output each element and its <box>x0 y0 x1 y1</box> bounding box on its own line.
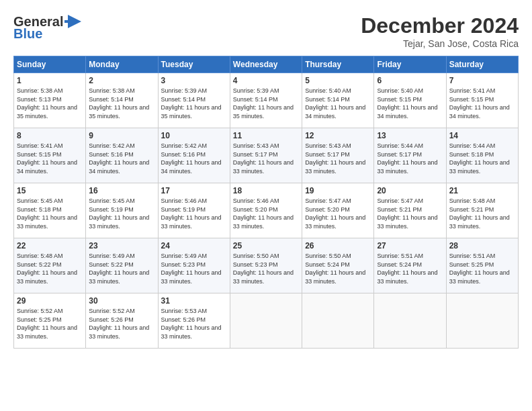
day-number: 26 <box>305 241 371 250</box>
calendar-day-cell: 13Sunrise: 5:44 AM Sunset: 5:17 PM Dayli… <box>374 128 446 183</box>
day-info: Sunrise: 5:40 AM Sunset: 5:15 PM Dayligh… <box>377 87 443 120</box>
day-info: Sunrise: 5:49 AM Sunset: 5:23 PM Dayligh… <box>161 252 227 285</box>
calendar-week-row: 15Sunrise: 5:45 AM Sunset: 5:18 PM Dayli… <box>14 183 519 238</box>
calendar-day-cell: 17Sunrise: 5:46 AM Sunset: 5:19 PM Dayli… <box>158 183 230 238</box>
page-header: General Blue December 2024 Tejar, San Jo… <box>13 13 519 49</box>
empty-cell <box>230 293 302 349</box>
day-info: Sunrise: 5:44 AM Sunset: 5:18 PM Dayligh… <box>449 142 515 175</box>
calendar-week-row: 8Sunrise: 5:41 AM Sunset: 5:15 PM Daylig… <box>14 128 519 183</box>
day-info: Sunrise: 5:39 AM Sunset: 5:14 PM Dayligh… <box>161 87 227 120</box>
empty-cell <box>374 293 446 349</box>
calendar-day-cell: 15Sunrise: 5:45 AM Sunset: 5:18 PM Dayli… <box>14 183 86 238</box>
day-info: Sunrise: 5:42 AM Sunset: 5:16 PM Dayligh… <box>89 142 154 175</box>
weekday-header-sunday: Sunday <box>14 56 86 73</box>
day-info: Sunrise: 5:41 AM Sunset: 5:15 PM Dayligh… <box>17 142 83 175</box>
calendar-day-cell: 31Sunrise: 5:53 AM Sunset: 5:26 PM Dayli… <box>158 293 230 349</box>
day-info: Sunrise: 5:48 AM Sunset: 5:21 PM Dayligh… <box>449 197 515 230</box>
day-number: 7 <box>449 76 515 85</box>
empty-cell <box>446 293 518 349</box>
calendar-day-cell: 30Sunrise: 5:52 AM Sunset: 5:26 PM Dayli… <box>86 293 158 349</box>
title-area: December 2024 Tejar, San Jose, Costa Ric… <box>361 13 519 49</box>
day-info: Sunrise: 5:52 AM Sunset: 5:25 PM Dayligh… <box>17 307 83 340</box>
day-number: 14 <box>449 131 515 140</box>
calendar-week-row: 22Sunrise: 5:48 AM Sunset: 5:22 PM Dayli… <box>14 238 519 293</box>
day-info: Sunrise: 5:40 AM Sunset: 5:14 PM Dayligh… <box>305 87 371 120</box>
calendar-week-row: 1Sunrise: 5:38 AM Sunset: 5:13 PM Daylig… <box>14 73 519 128</box>
day-info: Sunrise: 5:45 AM Sunset: 5:18 PM Dayligh… <box>17 197 83 230</box>
day-number: 17 <box>161 186 227 195</box>
weekday-header-row: SundayMondayTuesdayWednesdayThursdayFrid… <box>14 56 519 73</box>
day-info: Sunrise: 5:43 AM Sunset: 5:17 PM Dayligh… <box>233 142 299 175</box>
day-info: Sunrise: 5:38 AM Sunset: 5:14 PM Dayligh… <box>89 87 154 120</box>
day-number: 28 <box>449 241 515 250</box>
calendar-day-cell: 2Sunrise: 5:38 AM Sunset: 5:14 PM Daylig… <box>86 73 158 128</box>
day-info: Sunrise: 5:39 AM Sunset: 5:14 PM Dayligh… <box>233 87 299 120</box>
day-info: Sunrise: 5:46 AM Sunset: 5:19 PM Dayligh… <box>161 197 227 230</box>
weekday-header-monday: Monday <box>86 56 158 73</box>
calendar-table: SundayMondayTuesdayWednesdayThursdayFrid… <box>13 56 519 349</box>
day-info: Sunrise: 5:52 AM Sunset: 5:26 PM Dayligh… <box>89 307 154 340</box>
empty-cell <box>302 293 374 349</box>
calendar-day-cell: 6Sunrise: 5:40 AM Sunset: 5:15 PM Daylig… <box>374 73 446 128</box>
day-info: Sunrise: 5:51 AM Sunset: 5:24 PM Dayligh… <box>377 252 443 285</box>
calendar-day-cell: 20Sunrise: 5:47 AM Sunset: 5:21 PM Dayli… <box>374 183 446 238</box>
calendar-day-cell: 24Sunrise: 5:49 AM Sunset: 5:23 PM Dayli… <box>158 238 230 293</box>
day-number: 30 <box>89 296 154 306</box>
day-number: 6 <box>377 76 443 85</box>
day-info: Sunrise: 5:49 AM Sunset: 5:22 PM Dayligh… <box>89 252 154 285</box>
calendar-day-cell: 8Sunrise: 5:41 AM Sunset: 5:15 PM Daylig… <box>14 128 86 183</box>
day-number: 20 <box>377 186 443 195</box>
day-info: Sunrise: 5:42 AM Sunset: 5:16 PM Dayligh… <box>161 142 227 175</box>
calendar-day-cell: 16Sunrise: 5:45 AM Sunset: 5:19 PM Dayli… <box>86 183 158 238</box>
svg-rect-1 <box>64 20 71 23</box>
calendar-day-cell: 7Sunrise: 5:41 AM Sunset: 5:15 PM Daylig… <box>446 73 518 128</box>
day-info: Sunrise: 5:38 AM Sunset: 5:13 PM Dayligh… <box>17 87 83 120</box>
day-number: 12 <box>305 131 371 140</box>
calendar-week-row: 29Sunrise: 5:52 AM Sunset: 5:25 PM Dayli… <box>14 293 519 349</box>
logo-blue-text: Blue <box>13 26 42 42</box>
day-number: 11 <box>233 131 299 140</box>
day-number: 4 <box>233 76 299 85</box>
calendar-day-cell: 18Sunrise: 5:46 AM Sunset: 5:20 PM Dayli… <box>230 183 302 238</box>
page-container: General Blue December 2024 Tejar, San Jo… <box>0 0 532 411</box>
day-number: 23 <box>89 241 154 250</box>
calendar-day-cell: 21Sunrise: 5:48 AM Sunset: 5:21 PM Dayli… <box>446 183 518 238</box>
day-info: Sunrise: 5:43 AM Sunset: 5:17 PM Dayligh… <box>305 142 371 175</box>
day-info: Sunrise: 5:47 AM Sunset: 5:20 PM Dayligh… <box>305 197 371 230</box>
day-number: 1 <box>17 76 83 85</box>
calendar-day-cell: 12Sunrise: 5:43 AM Sunset: 5:17 PM Dayli… <box>302 128 374 183</box>
day-info: Sunrise: 5:48 AM Sunset: 5:22 PM Dayligh… <box>17 252 83 285</box>
day-number: 21 <box>449 186 515 195</box>
day-info: Sunrise: 5:44 AM Sunset: 5:17 PM Dayligh… <box>377 142 443 175</box>
day-info: Sunrise: 5:47 AM Sunset: 5:21 PM Dayligh… <box>377 197 443 230</box>
month-title: December 2024 <box>361 13 519 38</box>
calendar-day-cell: 5Sunrise: 5:40 AM Sunset: 5:14 PM Daylig… <box>302 73 374 128</box>
logo: General Blue <box>13 13 85 42</box>
day-number: 25 <box>233 241 299 250</box>
day-number: 24 <box>161 241 227 250</box>
day-number: 10 <box>161 131 227 140</box>
day-info: Sunrise: 5:41 AM Sunset: 5:15 PM Dayligh… <box>449 87 515 120</box>
calendar-day-cell: 1Sunrise: 5:38 AM Sunset: 5:13 PM Daylig… <box>14 73 86 128</box>
day-number: 16 <box>89 186 154 195</box>
calendar-day-cell: 3Sunrise: 5:39 AM Sunset: 5:14 PM Daylig… <box>158 73 230 128</box>
weekday-header-wednesday: Wednesday <box>230 56 302 73</box>
day-number: 15 <box>17 186 83 195</box>
day-number: 18 <box>233 186 299 195</box>
day-info: Sunrise: 5:45 AM Sunset: 5:19 PM Dayligh… <box>89 197 154 230</box>
weekday-header-saturday: Saturday <box>446 56 518 73</box>
day-number: 27 <box>377 241 443 250</box>
day-number: 5 <box>305 76 371 85</box>
day-number: 29 <box>17 296 83 306</box>
day-number: 2 <box>89 76 154 85</box>
weekday-header-tuesday: Tuesday <box>158 56 230 73</box>
calendar-day-cell: 11Sunrise: 5:43 AM Sunset: 5:17 PM Dayli… <box>230 128 302 183</box>
subtitle: Tejar, San Jose, Costa Rica <box>361 38 519 49</box>
logo-icon <box>64 13 85 30</box>
calendar-day-cell: 22Sunrise: 5:48 AM Sunset: 5:22 PM Dayli… <box>14 238 86 293</box>
calendar-day-cell: 23Sunrise: 5:49 AM Sunset: 5:22 PM Dayli… <box>86 238 158 293</box>
day-number: 31 <box>161 296 227 306</box>
day-info: Sunrise: 5:50 AM Sunset: 5:24 PM Dayligh… <box>305 252 371 285</box>
weekday-header-thursday: Thursday <box>302 56 374 73</box>
day-info: Sunrise: 5:46 AM Sunset: 5:20 PM Dayligh… <box>233 197 299 230</box>
